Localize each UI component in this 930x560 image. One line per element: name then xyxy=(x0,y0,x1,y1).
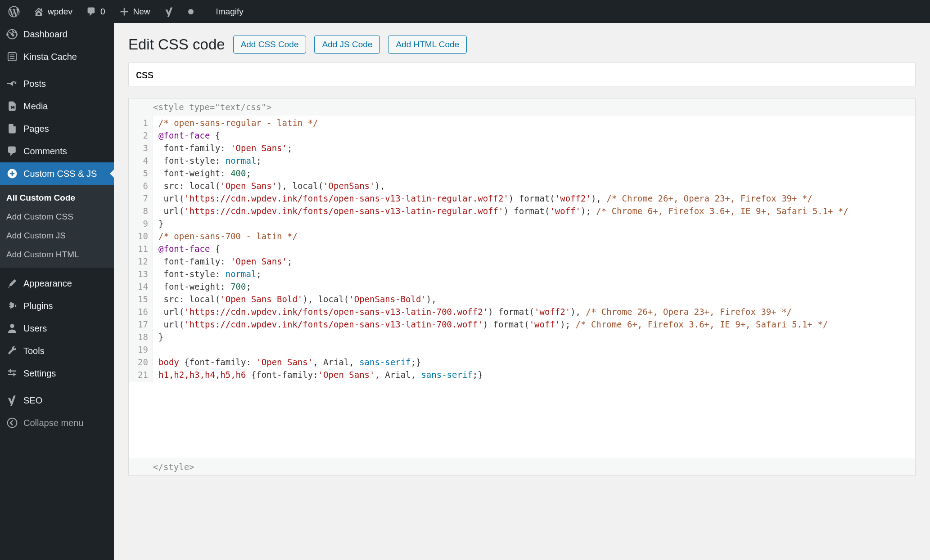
css-code-editor[interactable]: <style type="text/css"> 1234567891011121… xyxy=(128,98,916,476)
site-link[interactable]: wpdev xyxy=(30,0,76,23)
style-close-tag: </style> xyxy=(129,458,915,475)
code-body: 123456789101112131415161718192021 /* ope… xyxy=(129,116,915,382)
sidebar-item-dashboard[interactable]: Dashboard xyxy=(0,23,114,45)
main-content: Edit CSS code Add CSS Code Add JS Code A… xyxy=(114,23,930,560)
code-line[interactable]: font-family: 'Open Sans'; xyxy=(158,142,910,154)
line-number: 8 xyxy=(129,205,148,217)
line-number-gutter: 123456789101112131415161718192021 xyxy=(129,116,153,382)
menu-label: Pages xyxy=(23,124,49,134)
line-number: 20 xyxy=(129,356,148,368)
svg-point-1 xyxy=(11,33,14,36)
code-line[interactable]: url('https://cdn.wpdev.ink/fonts/open-sa… xyxy=(158,205,910,217)
sidebar-item-plugins[interactable]: Plugins xyxy=(0,295,114,317)
code-line[interactable]: url('https://cdn.wpdev.ink/fonts/open-sa… xyxy=(158,318,910,331)
menu-label: Collapse menu xyxy=(23,418,83,428)
code-line[interactable]: /* open-sans-700 - latin */ xyxy=(158,230,910,242)
code-line[interactable] xyxy=(158,343,910,356)
add-css-button[interactable]: Add CSS Code xyxy=(233,36,307,54)
code-line[interactable]: body {font-family: 'Open Sans', Arial, s… xyxy=(158,356,910,368)
page-header: Edit CSS code Add CSS Code Add JS Code A… xyxy=(128,36,916,54)
sidebar-item-users[interactable]: Users xyxy=(0,317,114,340)
line-number: 19 xyxy=(129,343,148,356)
code-lines-area[interactable]: /* open-sans-regular - latin */@font-fac… xyxy=(153,116,915,382)
sidebar-item-posts[interactable]: Posts xyxy=(0,72,114,95)
wrench-icon xyxy=(6,345,18,357)
line-number: 12 xyxy=(129,255,148,268)
admin-sidebar: Dashboard Kinsta Cache Posts Media Pages… xyxy=(0,23,114,560)
comments-link[interactable]: 0 xyxy=(82,0,109,23)
plugin-icon xyxy=(6,300,18,312)
admin-toolbar: wpdev 0 New Imagify xyxy=(0,0,930,23)
collapse-icon xyxy=(6,417,18,429)
code-line[interactable]: font-family: 'Open Sans'; xyxy=(158,255,910,268)
add-js-button[interactable]: Add JS Code xyxy=(314,36,380,54)
home-icon xyxy=(33,6,44,17)
submenu-item-addjs[interactable]: Add Custom JS xyxy=(0,226,114,245)
site-name: wpdev xyxy=(48,7,72,17)
svg-point-7 xyxy=(10,324,14,328)
svg-point-8 xyxy=(8,418,17,428)
line-number: 9 xyxy=(129,217,148,230)
code-line[interactable]: font-style: normal; xyxy=(158,268,910,280)
code-line[interactable]: src: local('Open Sans'), local('OpenSans… xyxy=(158,179,910,192)
brush-icon xyxy=(6,278,18,289)
media-icon xyxy=(6,100,18,112)
sidebar-item-media[interactable]: Media xyxy=(0,95,114,117)
line-number: 6 xyxy=(129,179,148,192)
code-line[interactable]: font-weight: 400; xyxy=(158,167,910,179)
line-number: 3 xyxy=(129,142,148,154)
code-title-input[interactable] xyxy=(128,63,916,86)
submenu-item-all[interactable]: All Custom Code xyxy=(0,188,114,207)
code-line[interactable]: font-weight: 700; xyxy=(158,280,910,293)
code-line[interactable]: @font-face { xyxy=(158,129,910,142)
code-line[interactable]: } xyxy=(158,217,910,230)
line-number: 11 xyxy=(129,242,148,255)
sidebar-item-appearance[interactable]: Appearance xyxy=(0,272,114,295)
code-line[interactable]: font-style: normal; xyxy=(158,154,910,167)
submenu-customcss: All Custom Code Add Custom CSS Add Custo… xyxy=(0,185,114,268)
sidebar-item-kinsta[interactable]: Kinsta Cache xyxy=(0,45,114,68)
add-html-button[interactable]: Add HTML Code xyxy=(388,36,467,54)
imagify-link[interactable]: Imagify xyxy=(212,0,247,23)
style-open-tag: <style type="text/css"> xyxy=(129,99,915,116)
menu-label: Appearance xyxy=(23,278,72,289)
yoast-link[interactable] xyxy=(160,0,178,23)
kinsta-icon xyxy=(6,51,18,63)
code-line[interactable]: h1,h2,h3,h4,h5,h6 {font-family:'Open San… xyxy=(158,368,910,381)
line-number: 2 xyxy=(129,129,148,142)
sidebar-item-customcss[interactable]: Custom CSS & JS xyxy=(0,162,114,185)
menu-label: Media xyxy=(23,101,48,112)
status-indicator[interactable] xyxy=(185,0,197,23)
sidebar-item-tools[interactable]: Tools xyxy=(0,340,114,362)
code-line[interactable]: src: local('Open Sans Bold'), local('Ope… xyxy=(158,293,910,305)
code-line[interactable]: /* open-sans-regular - latin */ xyxy=(158,116,910,129)
status-dot-icon xyxy=(188,9,194,14)
line-number: 1 xyxy=(129,116,148,129)
wordpress-icon xyxy=(8,6,20,18)
line-number: 7 xyxy=(129,192,148,205)
code-line[interactable]: url('https://cdn.wpdev.ink/fonts/open-sa… xyxy=(158,192,910,205)
menu-label: Custom CSS & JS xyxy=(23,169,97,179)
sidebar-item-settings[interactable]: Settings xyxy=(0,362,114,385)
sidebar-item-comments[interactable]: Comments xyxy=(0,140,114,162)
wp-logo-menu[interactable] xyxy=(5,0,23,23)
sidebar-item-pages[interactable]: Pages xyxy=(0,117,114,140)
submenu-item-addhtml[interactable]: Add Custom HTML xyxy=(0,245,114,264)
submenu-item-addcss[interactable]: Add Custom CSS xyxy=(0,207,114,226)
code-line[interactable]: } xyxy=(158,331,910,343)
sidebar-item-seo[interactable]: SEO xyxy=(0,389,114,412)
code-line[interactable]: @font-face { xyxy=(158,242,910,255)
sidebar-item-collapse[interactable]: Collapse menu xyxy=(0,412,114,434)
menu-label: Kinsta Cache xyxy=(23,52,77,62)
line-number: 5 xyxy=(129,167,148,179)
code-line[interactable]: url('https://cdn.wpdev.ink/fonts/open-sa… xyxy=(158,305,910,318)
menu-label: Posts xyxy=(23,79,46,89)
menu-label: Users xyxy=(23,323,47,334)
pages-icon xyxy=(6,123,18,134)
new-content-link[interactable]: New xyxy=(115,0,154,23)
line-number: 17 xyxy=(129,318,148,331)
menu-label: Dashboard xyxy=(23,29,68,40)
line-number: 10 xyxy=(129,230,148,242)
menu-label: Tools xyxy=(23,346,45,356)
sliders-icon xyxy=(6,367,18,379)
